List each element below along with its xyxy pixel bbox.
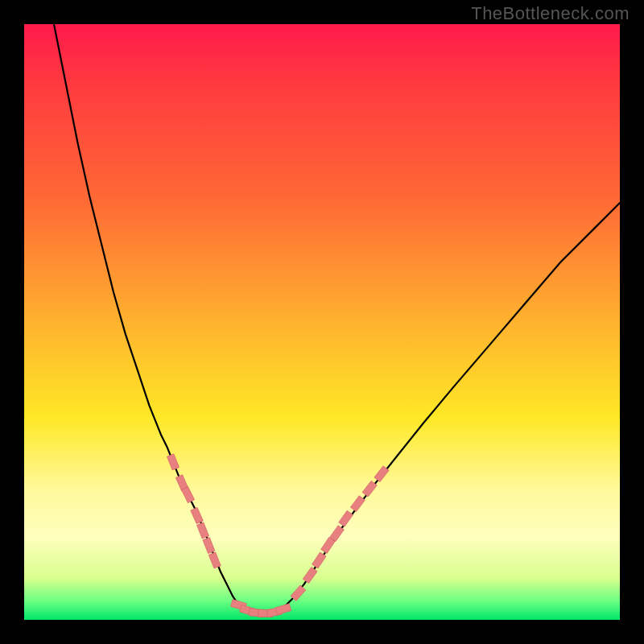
curve-marker (167, 454, 179, 470)
curve-left-branch (54, 24, 245, 611)
curve-marker (350, 496, 365, 512)
curve-marker (312, 552, 326, 568)
curve-marker (181, 487, 194, 503)
curve-marker (203, 537, 215, 553)
curve-marker (339, 510, 353, 526)
watermark-text: TheBottleneck.com (471, 3, 630, 24)
curve-marker (374, 466, 389, 482)
chart-stage: TheBottleneck.com (0, 0, 644, 644)
curve-marker (303, 568, 317, 584)
curve-right-branch (280, 203, 620, 611)
curve-marker (362, 481, 377, 497)
plot-area (24, 24, 620, 620)
curve-marker (275, 604, 291, 615)
curve-marker (208, 552, 221, 568)
curve-marker (330, 526, 345, 542)
curve-markers (167, 454, 389, 617)
curve-layer (24, 24, 620, 620)
curve-marker (191, 507, 204, 523)
curve-marker (196, 522, 208, 539)
